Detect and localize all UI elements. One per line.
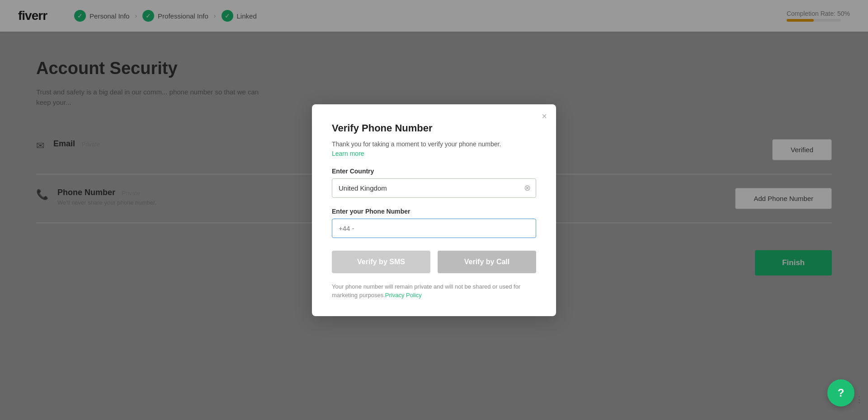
privacy-note: Your phone number will remain private an… bbox=[332, 282, 536, 300]
country-input-wrapper: ⊗ bbox=[332, 178, 536, 198]
help-icon: ? bbox=[838, 387, 844, 399]
modal-subtitle: Thank you for taking a moment to verify … bbox=[332, 140, 536, 148]
help-button[interactable]: ? bbox=[827, 379, 854, 406]
verify-phone-modal: × Verify Phone Number Thank you for taki… bbox=[312, 104, 556, 316]
help-dots: ⋮ bbox=[855, 395, 863, 405]
privacy-policy-link[interactable]: Privacy Policy bbox=[385, 292, 422, 299]
verify-sms-button[interactable]: Verify by SMS bbox=[332, 251, 430, 273]
privacy-note-text: Your phone number will remain private an… bbox=[332, 283, 520, 299]
country-input[interactable] bbox=[332, 178, 536, 198]
modal-learn-more-link[interactable]: Learn more bbox=[332, 150, 364, 157]
phone-number-input[interactable] bbox=[332, 219, 536, 238]
verify-call-button[interactable]: Verify by Call bbox=[438, 251, 536, 273]
verify-buttons-container: Verify by SMS Verify by Call bbox=[332, 251, 536, 273]
modal-overlay[interactable]: × Verify Phone Number Thank you for taki… bbox=[0, 0, 868, 420]
country-section-label: Enter Country bbox=[332, 168, 536, 175]
country-clear-button[interactable]: ⊗ bbox=[524, 183, 531, 193]
phone-section-label: Enter your Phone Number bbox=[332, 208, 536, 215]
modal-close-button[interactable]: × bbox=[542, 112, 547, 121]
modal-title: Verify Phone Number bbox=[332, 122, 536, 134]
